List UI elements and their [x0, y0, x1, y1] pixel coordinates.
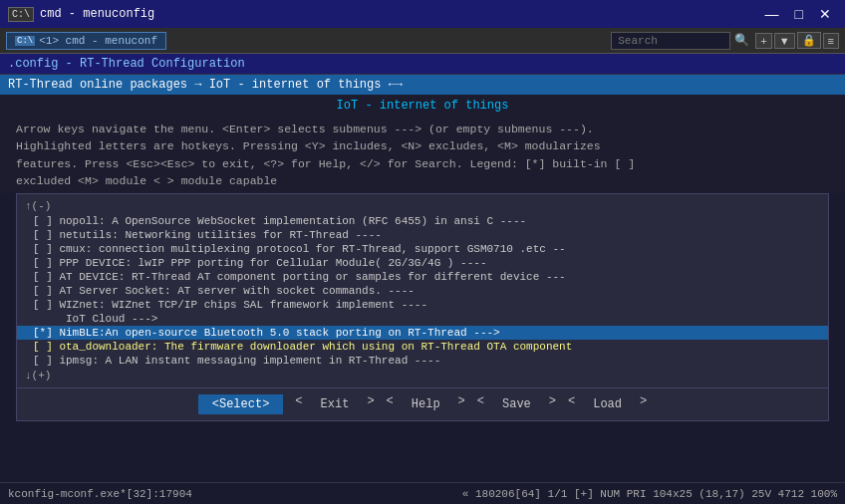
bottom-buttons-bar: <Select> < Exit > < Help > < Save > < Lo…	[16, 388, 829, 421]
exit-right-bracket: >	[367, 394, 374, 414]
menu-container: ↑(-) [ ] nopoll: A OpenSource WebSocket …	[16, 193, 829, 388]
checkbox-cmux: [ ]	[33, 243, 59, 255]
exit-left-bracket: <	[295, 394, 302, 414]
list-item[interactable]: IoT Cloud --->	[17, 312, 828, 326]
window-title: cmd - menuconfig	[40, 7, 154, 21]
checkbox-ppp: [ ]	[33, 257, 59, 269]
taskbar: C:\ <1> cmd - menuconf 🔍 + ▼ 🔒 ≡	[0, 28, 845, 54]
checkbox-wiznet: [ ]	[33, 299, 59, 311]
nav-path-text: RT-Thread online packages → IoT - intern…	[8, 78, 403, 92]
minimize-button[interactable]: —	[759, 4, 785, 24]
checkbox-ipmsg: [ ]	[33, 355, 59, 367]
checkbox-nopoll: [ ]	[33, 215, 59, 227]
maximize-button[interactable]: □	[789, 4, 809, 24]
select-button[interactable]: <Select>	[198, 394, 284, 414]
nav-path: RT-Thread online packages → IoT - intern…	[0, 75, 845, 95]
help-left-bracket: <	[387, 394, 394, 414]
tab-label: <1> cmd - menuconf	[39, 35, 157, 47]
iot-header-text: IoT - internet of things	[337, 99, 509, 113]
load-right-bracket: >	[640, 394, 647, 414]
cmd-icon: C:\	[8, 7, 34, 22]
title-bar: C:\ cmd - menuconfig — □ ✕	[0, 0, 845, 28]
list-item[interactable]: [ ] AT Server Socket: AT server with soc…	[17, 284, 828, 298]
help-right-bracket: >	[458, 394, 465, 414]
save-button[interactable]: Save	[496, 394, 537, 414]
tab-cmd-icon: C:\	[15, 36, 35, 46]
load-button[interactable]: Load	[587, 394, 628, 414]
checkbox-nimble: [*]	[33, 327, 59, 339]
iot-header: IoT - internet of things	[0, 95, 845, 117]
search-box: 🔍	[611, 32, 749, 50]
taskbar-tab[interactable]: C:\ <1> cmd - menuconf	[6, 32, 166, 50]
iot-cloud-indent	[33, 313, 59, 325]
title-controls: — □ ✕	[759, 4, 837, 24]
search-icon: 🔍	[734, 33, 749, 48]
status-bar: kconfig-mconf.exe*[32]:17904 « 180206[64…	[0, 482, 845, 504]
info-line-2: Highlighted letters are hotkeys. Pressin…	[16, 137, 829, 154]
save-left-bracket: <	[477, 394, 484, 414]
exit-button[interactable]: Exit	[315, 394, 356, 414]
add-tab-button[interactable]: +	[755, 33, 771, 49]
load-left-bracket: <	[568, 394, 575, 414]
list-item[interactable]: [ ] ipmsg: A LAN instant messaging imple…	[17, 354, 828, 368]
search-input[interactable]	[611, 32, 730, 50]
menu-top-separator: ↑(-)	[17, 198, 828, 214]
list-item-highlighted[interactable]: [*] NimBLE:An open-source Bluetooth 5.0 …	[17, 326, 828, 340]
list-item[interactable]: [ ] PPP DEVICE: lwIP PPP porting for Cel…	[17, 256, 828, 270]
menu-icon[interactable]: ≡	[823, 33, 839, 49]
list-item[interactable]: [ ] cmux: connection multiplexing protoc…	[17, 242, 828, 256]
checkbox-at-device: [ ]	[33, 271, 59, 283]
checkbox-at-server: [ ]	[33, 285, 59, 297]
status-right: « 180206[64] 1/1 [+] NUM PRI 104x25 (18,…	[462, 488, 837, 500]
info-box: Arrow keys navigate the menu. <Enter> se…	[0, 117, 845, 193]
list-item[interactable]: [ ] netutils: Networking utilities for R…	[17, 228, 828, 242]
save-right-bracket: >	[549, 394, 556, 414]
info-line-3: features. Press <Esc><Esc> to exit, <?> …	[16, 155, 829, 172]
dropdown-button[interactable]: ▼	[774, 33, 795, 49]
taskbar-icons: + ▼ 🔒 ≡	[755, 32, 839, 49]
menu-bottom-separator: ↓(+)	[17, 368, 828, 383]
close-button[interactable]: ✕	[813, 4, 837, 24]
status-left: kconfig-mconf.exe*[32]:17904	[8, 488, 192, 500]
title-bar-left: C:\ cmd - menuconfig	[8, 7, 154, 22]
list-item[interactable]: [ ] AT DEVICE: RT-Thread AT component po…	[17, 270, 828, 284]
info-line-4: excluded <M> module < > module capable	[16, 172, 829, 189]
breadcrumb: .config - RT-Thread Configuration	[0, 54, 845, 75]
checkbox-netutils: [ ]	[33, 229, 59, 241]
breadcrumb-text: .config - RT-Thread Configuration	[8, 57, 245, 71]
help-button[interactable]: Help	[406, 394, 446, 414]
list-item[interactable]: [ ] nopoll: A OpenSource WebSocket imple…	[17, 214, 828, 228]
info-line-1: Arrow keys navigate the menu. <Enter> se…	[16, 121, 829, 137]
lock-icon[interactable]: 🔒	[797, 32, 821, 49]
list-item[interactable]: [ ] WIZnet: WIZnet TCP/IP chips SAL fram…	[17, 298, 828, 312]
checkbox-ota: [ ]	[33, 341, 59, 353]
list-item[interactable]: [ ] ota_downloader: The firmware downloa…	[17, 340, 828, 354]
